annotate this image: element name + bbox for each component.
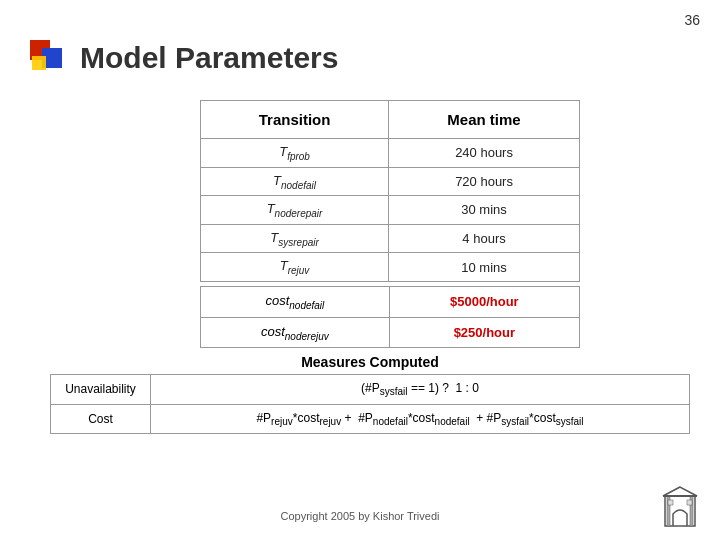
cost-value-nodefail: $5000/hour [389,286,579,317]
transition-nodefail: Tnodefail [201,167,389,196]
cost-row-nodefail: costnodefail $5000/hour [201,286,580,317]
main-content: Transition Mean time Tfprob 240 hours Tn… [50,100,690,434]
value-sysrepair: 4 hours [389,224,580,253]
measures-row-cost: Cost #Prejuv*costrejuv + #Pnodefail*cost… [51,404,690,433]
cost-content: #Prejuv*costrejuv + #Pnodefail*costnodef… [151,404,690,433]
value-rejuv: 10 mins [389,253,580,282]
cost-label-row: Cost [51,404,151,433]
cost-row-noderejuv: costnoderejuv $250/hour [201,317,580,348]
title-area: Model Parameters [30,40,338,76]
table-row: Trejuv 10 mins [201,253,580,282]
value-noderepair: 30 mins [389,196,580,225]
footer-text: Copyright 2005 by Kishor Trivedi [0,510,720,522]
param-table: Transition Mean time Tfprob 240 hours Tn… [200,100,580,282]
measures-row-unavailability: Unavailability (#Psysfail == 1) ? 1 : 0 [51,375,690,404]
table-row: Tnodefail 720 hours [201,167,580,196]
cost-table: costnodefail $5000/hour costnoderejuv $2… [200,286,580,348]
table-row: Tnoderepair 30 mins [201,196,580,225]
svg-rect-6 [687,500,692,505]
table-row: Tfprob 240 hours [201,139,580,168]
col-meantime-header: Mean time [389,101,580,139]
value-nodefail: 720 hours [389,167,580,196]
table-row: Tsysrepair 4 hours [201,224,580,253]
page-title: Model Parameters [80,41,338,75]
col-transition-header: Transition [201,101,389,139]
unavailability-content: (#Psysfail == 1) ? 1 : 0 [151,375,690,404]
page-number: 36 [684,12,700,28]
cost-label-noderejuv: costnoderejuv [201,317,390,348]
transition-fprob: Tfprob [201,139,389,168]
svg-rect-5 [668,500,673,505]
transition-sysrepair: Tsysrepair [201,224,389,253]
measures-label: Measures Computed [50,354,690,370]
measures-table: Unavailability (#Psysfail == 1) ? 1 : 0 … [50,374,690,434]
svg-marker-4 [663,487,697,496]
value-fprob: 240 hours [389,139,580,168]
title-icon [30,40,66,76]
deco-yellow [32,56,46,70]
cost-label-nodefail: costnodefail [201,286,390,317]
unavailability-label: Unavailability [51,375,151,404]
cost-value-noderejuv: $250/hour [389,317,579,348]
building-icon [660,486,700,530]
transition-noderepair: Tnoderepair [201,196,389,225]
transition-rejuv: Trejuv [201,253,389,282]
